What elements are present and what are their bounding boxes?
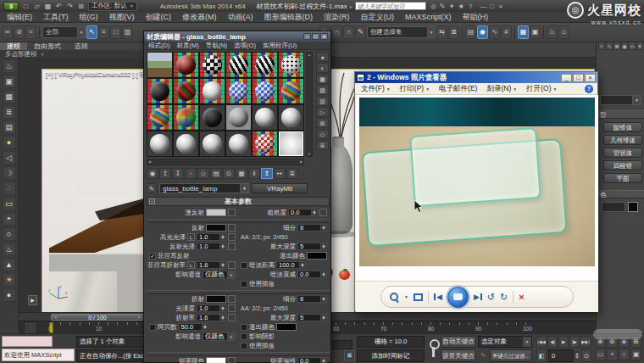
map-button[interactable] [228,295,236,303]
maximize-viewport-toggle-icon[interactable]: ▣ [630,349,641,360]
material-editor-menu-item[interactable]: 材质(M) [176,42,198,50]
rendered-frame-icon[interactable]: ▣ [3,75,16,88]
sun-icon[interactable]: ☀ [3,273,16,287]
spinner-field[interactable]: 8 [297,224,327,232]
color-swatch[interactable] [276,323,297,331]
coordinate-field[interactable] [332,340,353,349]
modify-tab-icon[interactable]: ∿ [606,42,613,50]
material-sample-slot[interactable] [225,52,252,78]
map-button[interactable] [228,224,236,232]
photo-viewer-title-bar[interactable]: 2 - Windows 照片查看器 _□× [355,72,597,83]
minimize-button[interactable]: — [480,3,488,10]
material-map-navigator-icon[interactable]: ≣ [286,168,298,179]
sample-grid-vscrollbar[interactable]: ▲▼ [306,52,313,157]
options-icon[interactable]: ⊞ [316,118,329,128]
photo-viewer-menu-item[interactable]: 打开(O)▼ [526,84,557,94]
select-by-name-icon[interactable]: ≡ [98,25,109,39]
rendered-frame-window-icon[interactable]: ▣ [530,25,541,39]
menu-item[interactable]: 图形编辑器(D) [264,12,314,23]
backlight-icon[interactable]: ◐ [316,63,329,73]
trackbar-filter-icon[interactable]: ∷ [25,323,36,332]
material-sample-slot[interactable] [278,78,304,104]
color-swatch[interactable] [206,295,226,303]
color-swatch[interactable] [206,224,226,232]
spinner-arrows[interactable] [220,304,226,312]
fit-to-window-icon[interactable] [414,293,423,301]
frame-spinner[interactable] [574,349,580,362]
checkbox[interactable] [241,343,247,349]
new-file-icon[interactable]: □ [21,2,31,11]
delete-button[interactable]: × [519,293,524,301]
material-sample-slot[interactable] [278,104,304,131]
maximize-button[interactable]: □ [488,3,497,10]
workspace-dropdown[interactable]: 工作区: 默认 ▼ [88,2,137,11]
material-sample-slot[interactable] [147,52,173,78]
material-sample-slot[interactable] [252,78,278,104]
material-sample-slot[interactable] [225,131,252,157]
go-to-end-button[interactable]: ▶▶| [580,336,591,348]
maximize-button[interactable]: □ [573,74,584,82]
spinner-arrows[interactable] [312,209,318,216]
light-bulb-icon[interactable]: ● [3,136,16,149]
material-sample-slot[interactable] [147,131,173,157]
background-icon[interactable]: ▦ [316,74,329,84]
current-frame-field[interactable]: 0 [548,349,574,362]
utilities-tab-icon[interactable]: ✦ [636,42,643,50]
scene-list-icon[interactable]: ≣ [3,105,16,119]
material-sample-slot[interactable] [252,104,278,131]
next-image-button[interactable]: ▶ [474,293,482,301]
map-button[interactable] [228,233,236,241]
open-file-icon[interactable]: ▱ [32,2,42,11]
pick-material-eyedropper-icon[interactable]: ✎ [147,183,157,193]
project-folder-icon[interactable]: ⊞ [76,2,86,11]
circle-shape-icon[interactable]: ○ [3,227,16,241]
graphite-ribbon-toggle-icon[interactable]: ◉ [477,25,488,39]
dropdown[interactable]: 仅颜色▼ [203,332,236,341]
close-button[interactable]: × [585,74,596,82]
minimize-button[interactable]: - [303,33,311,40]
checkbox[interactable]: ✓ [149,253,156,260]
close-button[interactable]: × [320,33,328,40]
make-unique-icon[interactable]: ◇ [197,168,209,179]
sample-type-icon[interactable]: ● [316,52,329,62]
dome-shape-icon[interactable]: ◓ [3,212,16,226]
map-button[interactable] [228,314,236,321]
set-key-button[interactable]: 设置关键点 [441,349,476,362]
ribbon-tab[interactable]: 选择 [68,42,95,50]
spinner-arrows[interactable] [220,261,226,269]
layer-grid-icon[interactable]: ▤ [3,120,16,134]
menu-item[interactable]: 视图(V) [109,12,135,23]
snap-toggle-icon[interactable]: ∩ [331,25,342,39]
render-setup-icon[interactable]: ▦ [3,90,16,103]
unlink-selection-icon[interactable]: ⊘ [14,25,25,39]
motion-tab-icon[interactable]: ◉ [621,42,628,50]
spinner-arrows[interactable] [321,224,327,232]
select-object-icon[interactable]: ↖ [86,25,97,39]
play-slideshow-button[interactable] [447,287,469,308]
material-sample-slot[interactable] [199,78,225,104]
primitive-category-dropdown[interactable]: ▼ [600,95,641,105]
rotate-clockwise-button[interactable]: ↻ [500,293,508,301]
menu-item[interactable]: 组(G) [80,12,98,23]
lock-button[interactable]: L [187,233,195,241]
spinner-field[interactable]: 8 [297,295,327,303]
material-name-dropdown[interactable]: glass_bottle_lamp ▼ [159,183,249,193]
checkbox[interactable] [149,324,156,331]
sample-tiling-icon[interactable]: ▧ [316,85,329,95]
selection-filter-combo[interactable]: 全部▼ [42,26,86,38]
keyboard-shortcut-override-icon[interactable]: ✎ [355,25,366,39]
maximize-button[interactable]: □ [312,33,319,40]
speaker-icon[interactable]: ◁ [3,151,16,165]
tube-button[interactable]: 管状体 [603,148,642,158]
color-balls-icon[interactable]: ∴ [3,182,16,195]
key-filters-button[interactable]: 关键点过滤器... [490,349,532,362]
menu-item[interactable]: 编辑(E) [7,12,32,23]
select-and-link-icon[interactable]: ∞ [2,25,13,39]
previous-frame-button[interactable]: ◀| [547,336,558,348]
spinner-arrows[interactable] [321,271,327,278]
render-iterative-icon[interactable]: ♨ [558,25,569,39]
spinner-field[interactable]: 0.0 [288,209,318,216]
cone-button[interactable]: 圆锥体 [603,122,642,132]
spinner-field[interactable]: 1.0 [197,304,226,312]
video-color-check-icon[interactable]: ▥ [316,96,329,106]
